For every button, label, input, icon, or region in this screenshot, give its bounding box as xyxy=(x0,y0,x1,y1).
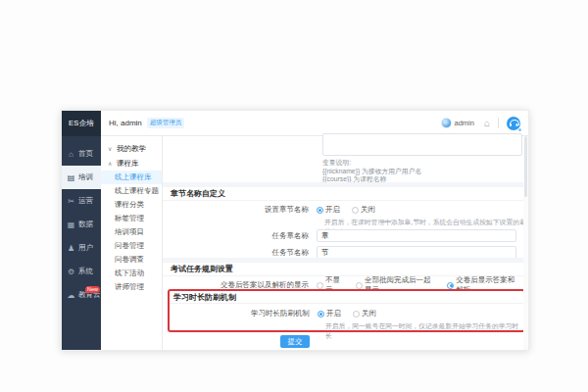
nav-item-lecturer-management[interactable]: 讲师管理 xyxy=(101,280,162,294)
notice-title: 变量说明: xyxy=(322,159,421,168)
nav-item-label: 问卷管理 xyxy=(115,241,144,251)
customer-service-icon[interactable] xyxy=(507,117,520,130)
home-icon: ⌂ xyxy=(67,150,75,159)
content-scrollbar[interactable] xyxy=(523,136,528,350)
nav-item-online-course-library[interactable]: 线上课程库 xyxy=(101,171,162,184)
radio-selected-icon xyxy=(447,282,454,289)
highlighted-antibrush-section: 学习时长防刷机制 学习时长防刷机制 开启 关闭 开启后，同一账号在同一时间，仅记… xyxy=(168,289,525,332)
radio-unselected-icon xyxy=(317,282,323,289)
sidebar-item-users[interactable]: ♟ 用户 xyxy=(62,236,101,260)
greeting-text: Hi, admin xyxy=(109,119,142,127)
operations-icon: ✂ xyxy=(67,197,75,206)
scrollbar-thumb[interactable] xyxy=(524,136,527,197)
nav-item-tag-management[interactable]: 标签管理 xyxy=(101,212,162,225)
field-label: 学习时长防刷机制 xyxy=(170,309,318,318)
page-background: ES企培 ⌂ 首页 ▤ 培训 ✂ 运营 ▦ 数据 xyxy=(0,0,588,392)
variable-help-text: 变量说明: {{nickname}} 为接收方用户用户名 {{course}} … xyxy=(322,159,421,184)
radio-chapter-on[interactable]: 开启 xyxy=(317,205,340,215)
users-icon: ♟ xyxy=(67,244,75,253)
section-title-exam-rules: 考试任务规则设置 xyxy=(163,263,528,276)
chevron-up-icon: ∧ xyxy=(108,160,114,167)
header-divider xyxy=(498,118,499,128)
nav-group-label: 课程库 xyxy=(117,159,139,169)
section-title-chapter-naming: 章节名称自定义 xyxy=(163,187,528,201)
radio-selected-icon xyxy=(317,207,323,214)
primary-nav: ⌂ 首页 ▤ 培训 ✂ 运营 ▦ 数据 ♟ 用户 xyxy=(62,136,101,350)
nav-item-offline-activities[interactable]: 线下活动 xyxy=(101,267,162,280)
sidebar-item-system[interactable]: ⚙ 系统 xyxy=(62,260,101,283)
nav-group-label: 我的教学 xyxy=(117,144,146,154)
form-row-set-chapter-name: 设置章节名称 开启 关闭 xyxy=(163,204,528,216)
nav-group-course-library[interactable]: ∧ 课程库 xyxy=(101,156,162,171)
form-row-antibrush: 学习时长防刷机制 开启 关闭 xyxy=(170,308,523,319)
primary-sidebar: ES企培 ⌂ 首页 ▤ 培训 ✂ 运营 ▦ 数据 xyxy=(62,111,101,350)
radio-label: 开启 xyxy=(326,309,341,318)
nav-item-training-projects[interactable]: 培训项目 xyxy=(101,225,162,239)
submit-button[interactable]: 提交 xyxy=(280,335,310,348)
new-badge: New xyxy=(85,286,100,293)
sidebar-item-home[interactable]: ⌂ 首页 xyxy=(62,142,101,166)
right-column: Hi, admin 超级管理员 admin ⌂ ∨ 我的教学 ∧ xyxy=(101,111,528,350)
radio-chapter-off[interactable]: 关闭 xyxy=(352,205,375,215)
message-template-textarea[interactable] xyxy=(322,133,522,156)
body-row: ∨ 我的教学 ∧ 课程库 线上课程库 线上课程专题 课程分类 标签管理 培训项目… xyxy=(101,136,528,350)
radio-unselected-icon xyxy=(356,282,363,289)
radio-antibrush-off[interactable]: 关闭 xyxy=(353,309,376,318)
app-logo: ES企培 xyxy=(62,111,101,136)
section-title-antibrush: 学习时长防刷机制 xyxy=(170,291,523,304)
nav-item-label: 课程分类 xyxy=(115,200,144,210)
nav-item-label: 线上课程库 xyxy=(115,172,152,182)
sidebar-item-operations[interactable]: ✂ 运营 xyxy=(62,189,101,213)
radio-label: 关闭 xyxy=(361,205,375,215)
radio-unselected-icon xyxy=(352,207,359,214)
system-icon: ⚙ xyxy=(67,268,75,276)
sidebar-item-label: 首页 xyxy=(78,149,93,159)
secondary-sidebar: ∨ 我的教学 ∧ 课程库 线上课程库 线上课程专题 课程分类 标签管理 培训项目… xyxy=(101,136,163,350)
app-window: ES企培 ⌂ 首页 ▤ 培训 ✂ 运营 ▦ 数据 xyxy=(61,110,529,351)
cloud-icon: ☁ xyxy=(67,291,75,300)
nav-item-label: 标签管理 xyxy=(115,214,144,223)
data-icon: ▦ xyxy=(67,220,75,229)
nav-item-online-course-topics[interactable]: 线上课程专题 xyxy=(101,184,162,198)
nav-item-label: 培训项目 xyxy=(115,227,144,237)
settings-content: 变量说明: {{nickname}} 为接收方用户用户名 {{course}} … xyxy=(163,136,528,350)
training-icon: ▤ xyxy=(67,173,75,182)
sidebar-item-label: 用户 xyxy=(78,243,93,253)
nav-item-label: 讲师管理 xyxy=(115,282,144,292)
header-username[interactable]: admin xyxy=(455,119,474,127)
field-label: 设置章节名称 xyxy=(163,205,317,215)
nav-item-label: 问卷调查 xyxy=(115,255,144,265)
sidebar-item-training[interactable]: ▤ 培训 xyxy=(62,166,101,189)
antibrush-hint-text: 开启后，同一账号在同一时间，仅记录最新开始学习任务的学习时长 xyxy=(325,321,523,341)
radio-label: 开启 xyxy=(325,205,340,215)
nav-item-questionnaire-survey[interactable]: 问卷调查 xyxy=(101,253,162,267)
nav-item-questionnaire-management[interactable]: 问卷管理 xyxy=(101,239,162,253)
field-label: 任务章名称 xyxy=(163,231,317,241)
user-avatar[interactable] xyxy=(441,118,452,128)
form-row-chapter-name: 任务章名称 xyxy=(163,229,528,242)
nav-item-course-categories[interactable]: 课程分类 xyxy=(101,198,162,212)
sidebar-item-edu-cloud[interactable]: ☁ 教育云 New xyxy=(62,283,101,307)
sidebar-item-label: 培训 xyxy=(78,172,93,182)
role-badge[interactable]: 超级管理员 xyxy=(147,118,185,128)
nav-item-label: 线下活动 xyxy=(115,269,144,278)
radio-unselected-icon xyxy=(353,311,360,318)
radio-antibrush-on[interactable]: 开启 xyxy=(318,309,341,318)
chapter-name-input[interactable] xyxy=(317,229,516,242)
nav-group-my-teaching[interactable]: ∨ 我的教学 xyxy=(101,141,162,156)
sidebar-item-label: 数据 xyxy=(78,220,93,229)
sidebar-item-label: 系统 xyxy=(78,267,93,276)
home-icon[interactable]: ⌂ xyxy=(484,118,490,128)
nav-item-label: 线上课程专题 xyxy=(115,186,159,196)
radio-selected-icon xyxy=(318,311,324,318)
sidebar-item-data[interactable]: ▦ 数据 xyxy=(62,213,101,236)
radio-label: 关闭 xyxy=(362,309,376,318)
notice-line: {{nickname}} 为接收方用户用户名 xyxy=(322,168,421,176)
field-label: 任务节名称 xyxy=(163,248,317,258)
chevron-down-icon: ∨ xyxy=(108,145,114,152)
sidebar-item-label: 运营 xyxy=(78,196,93,206)
